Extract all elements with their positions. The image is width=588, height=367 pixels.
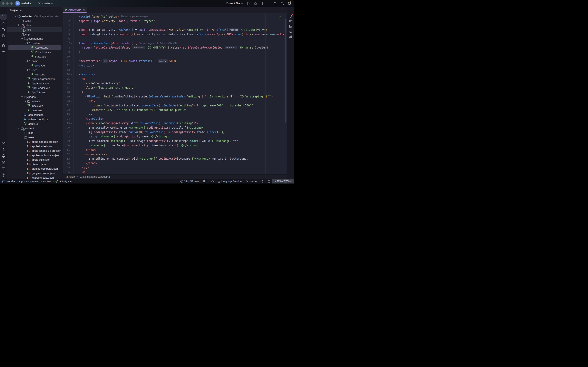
author-inlay-hint[interactable]: Arthur DANJOU: [156, 42, 177, 45]
chevron-right-icon[interactable]: [17, 24, 20, 27]
language-services-widget[interactable]: { } Language Services: [216, 179, 244, 184]
tree-item-link-vue[interactable]: Link.vue: [7, 63, 62, 68]
services-icon[interactable]: [2, 160, 5, 164]
tree-item-content[interactable]: content: [7, 41, 62, 45]
project-panel-header[interactable]: Project: [7, 7, 62, 13]
terminal-icon[interactable]: [2, 167, 5, 171]
notifications-icon[interactable]: [289, 14, 293, 18]
parameter-inlay-hint[interactable]: cb:: [103, 59, 108, 63]
git-graph-icon[interactable]: [2, 34, 5, 38]
code-line-31[interactable]: 31 </span>: [62, 148, 287, 152]
tree-item-index-vue[interactable]: index.vue: [7, 104, 62, 108]
tree-item-apple-ipad-air-json[interactable]: {…}apple-ipad-air.json: [7, 144, 62, 149]
tree-item-uses[interactable]: uses: [7, 135, 62, 140]
fold-arrow-icon[interactable]: ⌄: [70, 153, 73, 155]
copilot-icon[interactable]: [289, 30, 293, 34]
path-segment[interactable]: Activity.vue: [59, 180, 71, 183]
tree-item-uses-vue[interactable]: uses.vue: [7, 108, 62, 113]
tree-item-gaming-computer-json[interactable]: {…}gaming-computer.json: [7, 166, 62, 171]
tree-item-app-vue[interactable]: app.vue: [7, 122, 62, 126]
fold-arrow-icon[interactable]: ⌄: [70, 73, 73, 75]
more-tools-icon[interactable]: [2, 50, 5, 53]
code-line-3[interactable]: 3: [62, 23, 287, 28]
chevron-down-icon[interactable]: [24, 68, 27, 72]
usages-inlay-hint[interactable]: Show component usages: [121, 15, 148, 18]
tree-item-stats-vue[interactable]: Stats.vue: [7, 54, 62, 59]
code-line-15[interactable]: 15⌄ <p: [62, 76, 287, 81]
code-line-4[interactable]: 4const { data: activity, refresh } = awa…: [62, 27, 287, 32]
parameter-inlay-hint[interactable]: formatStr:: [132, 46, 145, 49]
chevron-down-icon[interactable]: [14, 15, 17, 18]
code-line-16[interactable]: 16 v-if="codingActivity": [62, 81, 287, 85]
tree-item-jetbrains-suite-json[interactable]: {…}jetbrains-suite.json: [7, 175, 62, 179]
chevron-down-icon[interactable]: [17, 127, 20, 130]
tree-item-app[interactable]: app: [7, 32, 62, 36]
branch-selector[interactable]: master: [38, 2, 53, 5]
code-line-21[interactable]: 21 :class="codingActivity.state.toLowerC…: [62, 103, 287, 108]
tree-item-blog[interactable]: blog: [7, 131, 62, 135]
fold-arrow-icon[interactable]: ⌄: [70, 16, 73, 17]
tree-item-pages[interactable]: pages: [7, 95, 62, 99]
code-line-19[interactable]: 19⌄ <UTooltip :text="codingActivity.stat…: [62, 94, 287, 99]
tree-item-apple-iphone-14-pro-json[interactable]: {…}apple-iphone-14-pro.json: [7, 149, 62, 153]
run-button[interactable]: [247, 2, 250, 5]
memory-indicator[interactable]: 4585 of 7700M: [272, 179, 294, 184]
fold-arrow-icon[interactable]: ⌄: [70, 100, 73, 102]
tree-item-proseicon-vue[interactable]: ProseIcon.vue: [7, 50, 62, 54]
tree-item-writings[interactable]: writings: [7, 99, 62, 104]
ai-assistant-icon[interactable]: [289, 19, 293, 23]
close-window-button[interactable]: [2, 2, 4, 5]
tree-item-home[interactable]: home: [7, 59, 62, 63]
code-line-2[interactable]: 2import { type Activity, IDEs } from '~~…: [62, 19, 287, 23]
path-segment[interactable]: content: [43, 180, 51, 183]
path-segment[interactable]: website: [7, 180, 15, 183]
code-line-5[interactable]: 5const codingActivity = computed(() => a…: [62, 32, 287, 36]
tree-item-apple-airpods-pro-json[interactable]: {…}apple-airpods-pro.json: [7, 140, 62, 144]
code-line-29[interactable]: 29 I've started <strong>{{ useTimeAgo(co…: [62, 139, 287, 143]
chevron-down-icon[interactable]: [24, 42, 27, 45]
tree-item-discord-json[interactable]: {…}discord.json: [7, 162, 62, 166]
minimize-window-button[interactable]: [6, 2, 9, 5]
r-plugin-1-icon[interactable]: R: [2, 141, 5, 145]
code-line-7[interactable]: 7⌄function formatDate(date: number) {Sho…: [62, 41, 287, 45]
settings-button[interactable]: [288, 2, 291, 5]
code-line-24[interactable]: 24 </UTooltip>: [62, 117, 287, 121]
file-writable-widget[interactable]: [259, 179, 266, 184]
search-everywhere-button[interactable]: [281, 2, 284, 5]
tab-activity-vue[interactable]: Activity.vue ✕: [62, 7, 87, 13]
fold-arrow-icon[interactable]: ⌄: [70, 122, 73, 124]
code-with-me-button[interactable]: [273, 2, 277, 5]
code-line-28[interactable]: 28 using <strong>{{ codingActivity.name …: [62, 134, 287, 139]
problems-icon[interactable]: [2, 173, 5, 177]
graphql-icon[interactable]: [2, 154, 5, 158]
breadcrumb-element[interactable]: p.flex.md:items-start.gap-2: [80, 175, 110, 178]
code-line-18[interactable]: 18 >: [62, 90, 287, 94]
window-controls[interactable]: [2, 2, 13, 5]
fold-arrow-icon[interactable]: ⌄: [70, 42, 73, 44]
tree-item-uses[interactable]: uses: [7, 68, 62, 72]
code-line-20[interactable]: 20⌄ <div: [62, 99, 287, 103]
chevron-right-icon[interactable]: [17, 28, 20, 31]
structure-icon[interactable]: [2, 43, 5, 47]
path-segment[interactable]: app: [18, 180, 23, 183]
tree-item-google-chrome-json[interactable]: {…}google-chrome.json: [7, 171, 62, 175]
tree-item--idea[interactable]: IJ.idea: [7, 23, 62, 27]
tree-item--data[interactable]: .data: [7, 18, 62, 23]
chevron-down-icon[interactable]: [20, 37, 24, 40]
code-line-1[interactable]: 1⌄<script lang="ts" setup>Show component…: [62, 14, 287, 19]
event-log-widget[interactable]: [266, 179, 272, 184]
code-line-35[interactable]: 35 </p>: [62, 165, 287, 170]
code-line-10[interactable]: 10: [62, 54, 287, 59]
chevron-down-icon[interactable]: [20, 95, 24, 99]
code-line-34[interactable]: 34 </span>: [62, 161, 287, 165]
code-line-6[interactable]: 6: [62, 36, 287, 41]
code-with-me-chat-icon[interactable]: [289, 35, 293, 39]
editor-scrollbar[interactable]: [285, 18, 286, 123]
r-plugin-2-icon[interactable]: R: [2, 148, 5, 151]
coding-time-widget[interactable]: 3 hrs 58 mins: [178, 179, 201, 184]
code-line-32[interactable]: 32⌄ <span v-else>: [62, 152, 287, 157]
tab-options-icon[interactable]: ⋮: [282, 8, 285, 12]
tree-item-appfooter-vue[interactable]: AppFooter.vue: [7, 81, 62, 86]
project-folder-icon[interactable]: [2, 15, 5, 18]
usages-inlay-hint[interactable]: Show usages: [139, 42, 154, 45]
